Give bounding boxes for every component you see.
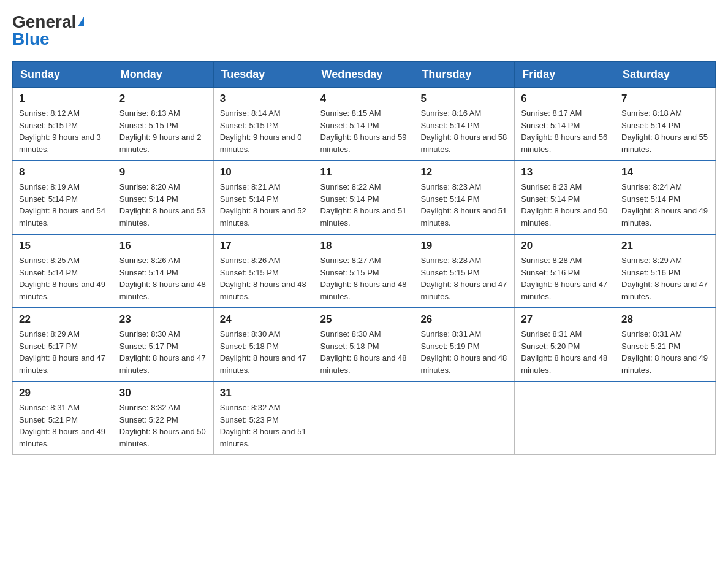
weekday-header-friday: Friday <box>515 62 615 88</box>
day-number: 9 <box>119 166 207 178</box>
day-number: 3 <box>220 93 308 105</box>
day-number: 15 <box>19 240 107 252</box>
calendar-day-cell: 1Sunrise: 8:12 AMSunset: 5:15 PMDaylight… <box>13 88 113 161</box>
day-number: 8 <box>19 166 107 178</box>
day-number: 4 <box>320 93 408 105</box>
day-info: Sunrise: 8:14 AMSunset: 5:15 PMDaylight:… <box>220 107 308 155</box>
day-info: Sunrise: 8:32 AMSunset: 5:22 PMDaylight:… <box>119 402 207 450</box>
calendar-day-cell: 9Sunrise: 8:20 AMSunset: 5:14 PMDaylight… <box>113 161 213 234</box>
day-info: Sunrise: 8:27 AMSunset: 5:15 PMDaylight:… <box>320 255 408 302</box>
day-number: 25 <box>320 313 408 326</box>
day-info: Sunrise: 8:12 AMSunset: 5:15 PMDaylight:… <box>19 107 107 155</box>
calendar-day-cell: 30Sunrise: 8:32 AMSunset: 5:22 PMDayligh… <box>113 381 213 455</box>
day-info: Sunrise: 8:23 AMSunset: 5:14 PMDaylight:… <box>420 181 508 229</box>
calendar-week-row: 29Sunrise: 8:31 AMSunset: 5:21 PMDayligh… <box>13 381 716 455</box>
calendar-table: SundayMondayTuesdayWednesdayThursdayFrid… <box>12 61 716 455</box>
day-number: 5 <box>420 93 508 105</box>
day-number: 19 <box>420 240 508 252</box>
calendar-day-cell: 20Sunrise: 8:28 AMSunset: 5:16 PMDayligh… <box>515 234 615 308</box>
calendar-day-cell: 15Sunrise: 8:25 AMSunset: 5:14 PMDayligh… <box>13 234 113 308</box>
calendar-week-row: 15Sunrise: 8:25 AMSunset: 5:14 PMDayligh… <box>13 234 716 308</box>
day-number: 6 <box>521 93 609 105</box>
day-number: 30 <box>119 387 207 399</box>
day-info: Sunrise: 8:26 AMSunset: 5:15 PMDaylight:… <box>220 255 308 302</box>
day-number: 20 <box>521 240 609 252</box>
day-info: Sunrise: 8:31 AMSunset: 5:21 PMDaylight:… <box>621 328 709 376</box>
calendar-day-cell: 21Sunrise: 8:29 AMSunset: 5:16 PMDayligh… <box>615 234 716 308</box>
day-info: Sunrise: 8:28 AMSunset: 5:16 PMDaylight:… <box>521 255 609 302</box>
weekday-header-monday: Monday <box>113 62 213 88</box>
day-number: 12 <box>420 166 508 178</box>
day-info: Sunrise: 8:18 AMSunset: 5:14 PMDaylight:… <box>621 107 709 155</box>
weekday-header-thursday: Thursday <box>414 62 515 88</box>
day-number: 7 <box>621 93 709 105</box>
day-number: 18 <box>320 240 408 252</box>
calendar-day-cell: 18Sunrise: 8:27 AMSunset: 5:15 PMDayligh… <box>314 234 414 308</box>
page-header: General Blue <box>12 12 716 49</box>
calendar-day-cell: 19Sunrise: 8:28 AMSunset: 5:15 PMDayligh… <box>414 234 515 308</box>
calendar-day-cell: 16Sunrise: 8:26 AMSunset: 5:14 PMDayligh… <box>113 234 213 308</box>
calendar-day-cell: 6Sunrise: 8:17 AMSunset: 5:14 PMDaylight… <box>515 88 615 161</box>
weekday-header-sunday: Sunday <box>13 62 113 88</box>
day-info: Sunrise: 8:32 AMSunset: 5:23 PMDaylight:… <box>220 402 308 450</box>
weekday-header-wednesday: Wednesday <box>314 62 414 88</box>
weekday-header-row: SundayMondayTuesdayWednesdayThursdayFrid… <box>13 62 716 88</box>
calendar-day-cell <box>515 381 615 455</box>
day-number: 24 <box>220 313 308 326</box>
calendar-day-cell: 7Sunrise: 8:18 AMSunset: 5:14 PMDaylight… <box>615 88 716 161</box>
day-number: 2 <box>119 93 207 105</box>
calendar-day-cell: 14Sunrise: 8:24 AMSunset: 5:14 PMDayligh… <box>615 161 716 234</box>
day-number: 28 <box>621 313 709 326</box>
day-number: 11 <box>320 166 408 178</box>
calendar-day-cell: 31Sunrise: 8:32 AMSunset: 5:23 PMDayligh… <box>213 381 314 455</box>
calendar-day-cell: 17Sunrise: 8:26 AMSunset: 5:15 PMDayligh… <box>213 234 314 308</box>
day-info: Sunrise: 8:29 AMSunset: 5:16 PMDaylight:… <box>621 255 709 302</box>
day-info: Sunrise: 8:16 AMSunset: 5:14 PMDaylight:… <box>420 107 508 155</box>
weekday-header-saturday: Saturday <box>615 62 716 88</box>
calendar-day-cell: 2Sunrise: 8:13 AMSunset: 5:15 PMDaylight… <box>113 88 213 161</box>
calendar-day-cell: 11Sunrise: 8:22 AMSunset: 5:14 PMDayligh… <box>314 161 414 234</box>
logo-triangle-icon <box>78 17 84 26</box>
day-number: 27 <box>521 313 609 326</box>
day-number: 1 <box>19 93 107 105</box>
day-number: 29 <box>19 387 107 399</box>
calendar-day-cell: 27Sunrise: 8:31 AMSunset: 5:20 PMDayligh… <box>515 308 615 381</box>
day-info: Sunrise: 8:28 AMSunset: 5:15 PMDaylight:… <box>420 255 508 302</box>
calendar-day-cell: 8Sunrise: 8:19 AMSunset: 5:14 PMDaylight… <box>13 161 113 234</box>
day-info: Sunrise: 8:29 AMSunset: 5:17 PMDaylight:… <box>19 328 107 376</box>
day-info: Sunrise: 8:24 AMSunset: 5:14 PMDaylight:… <box>621 181 709 229</box>
day-info: Sunrise: 8:26 AMSunset: 5:14 PMDaylight:… <box>119 255 207 302</box>
calendar-day-cell: 5Sunrise: 8:16 AMSunset: 5:14 PMDaylight… <box>414 88 515 161</box>
day-number: 13 <box>521 166 609 178</box>
calendar-day-cell: 3Sunrise: 8:14 AMSunset: 5:15 PMDaylight… <box>213 88 314 161</box>
day-info: Sunrise: 8:30 AMSunset: 5:17 PMDaylight:… <box>119 328 207 376</box>
day-info: Sunrise: 8:13 AMSunset: 5:15 PMDaylight:… <box>119 107 207 155</box>
day-number: 31 <box>220 387 308 399</box>
calendar-day-cell: 10Sunrise: 8:21 AMSunset: 5:14 PMDayligh… <box>213 161 314 234</box>
day-number: 23 <box>119 313 207 326</box>
calendar-day-cell <box>314 381 414 455</box>
calendar-day-cell: 12Sunrise: 8:23 AMSunset: 5:14 PMDayligh… <box>414 161 515 234</box>
calendar-day-cell <box>414 381 515 455</box>
day-info: Sunrise: 8:22 AMSunset: 5:14 PMDaylight:… <box>320 181 408 229</box>
weekday-header-tuesday: Tuesday <box>213 62 314 88</box>
day-number: 26 <box>420 313 508 326</box>
logo: General Blue <box>12 12 84 49</box>
calendar-week-row: 22Sunrise: 8:29 AMSunset: 5:17 PMDayligh… <box>13 308 716 381</box>
calendar-day-cell: 28Sunrise: 8:31 AMSunset: 5:21 PMDayligh… <box>615 308 716 381</box>
calendar-day-cell: 22Sunrise: 8:29 AMSunset: 5:17 PMDayligh… <box>13 308 113 381</box>
day-info: Sunrise: 8:25 AMSunset: 5:14 PMDaylight:… <box>19 255 107 302</box>
calendar-day-cell: 23Sunrise: 8:30 AMSunset: 5:17 PMDayligh… <box>113 308 213 381</box>
calendar-day-cell: 29Sunrise: 8:31 AMSunset: 5:21 PMDayligh… <box>13 381 113 455</box>
day-info: Sunrise: 8:30 AMSunset: 5:18 PMDaylight:… <box>220 328 308 376</box>
day-number: 14 <box>621 166 709 178</box>
day-number: 16 <box>119 240 207 252</box>
day-info: Sunrise: 8:21 AMSunset: 5:14 PMDaylight:… <box>220 181 308 229</box>
calendar-day-cell: 13Sunrise: 8:23 AMSunset: 5:14 PMDayligh… <box>515 161 615 234</box>
calendar-day-cell: 24Sunrise: 8:30 AMSunset: 5:18 PMDayligh… <box>213 308 314 381</box>
day-info: Sunrise: 8:19 AMSunset: 5:14 PMDaylight:… <box>19 181 107 229</box>
calendar-day-cell: 26Sunrise: 8:31 AMSunset: 5:19 PMDayligh… <box>414 308 515 381</box>
day-number: 17 <box>220 240 308 252</box>
calendar-day-cell: 25Sunrise: 8:30 AMSunset: 5:18 PMDayligh… <box>314 308 414 381</box>
calendar-week-row: 8Sunrise: 8:19 AMSunset: 5:14 PMDaylight… <box>13 161 716 234</box>
